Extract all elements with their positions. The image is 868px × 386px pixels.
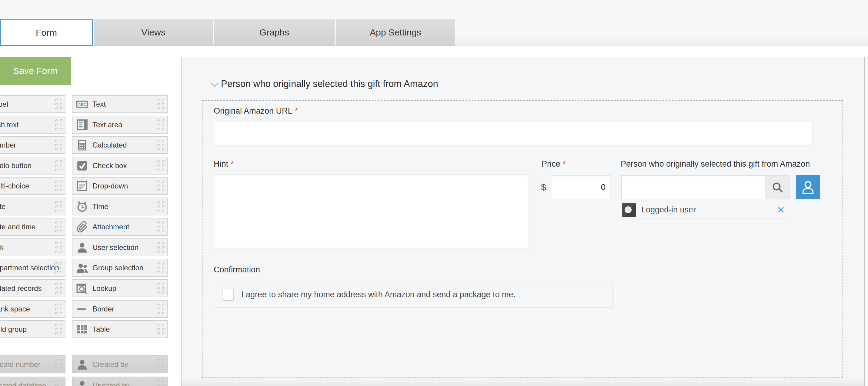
tab-app-settings[interactable]: App Settings <box>336 20 455 46</box>
palette-item-label: Department selection <box>0 264 59 272</box>
palette-item-label: Table <box>92 325 110 333</box>
user-icon <box>76 380 88 386</box>
url-input[interactable] <box>214 121 813 146</box>
attachment-icon <box>76 221 88 233</box>
palette-item-label: Date <box>0 202 6 211</box>
user-select-button[interactable] <box>796 175 820 199</box>
drag-handle[interactable] <box>55 324 62 335</box>
remove-user-x-icon[interactable]: ✕ <box>777 205 785 215</box>
person-field-label: Person who originally selected this gift… <box>621 159 810 169</box>
drag-handle[interactable] <box>157 283 164 294</box>
drag-handle[interactable] <box>55 262 62 273</box>
palette-item-calculated[interactable]: Calculated <box>72 136 167 154</box>
palette-item-label: User selection <box>92 243 138 252</box>
group-icon <box>76 262 88 274</box>
drag-handle[interactable] <box>157 201 164 212</box>
palette-item-rich-text[interactable]: Rich text <box>0 116 65 134</box>
drag-handle <box>55 359 62 370</box>
drag-handle[interactable] <box>55 119 62 130</box>
drag-handle[interactable] <box>157 139 164 151</box>
palette-item-related-records[interactable]: Related records <box>0 279 65 297</box>
drag-handle[interactable] <box>157 221 164 232</box>
drag-handle[interactable] <box>55 139 62 151</box>
selected-user-row: Logged-in user ✕ <box>622 202 790 219</box>
tab-form[interactable]: Form <box>0 20 93 46</box>
palette-item-table[interactable]: Table <box>72 320 167 338</box>
drag-handle[interactable] <box>157 324 164 335</box>
currency-prefix: $ <box>541 175 546 199</box>
palette-item-lookup[interactable]: Lookup <box>72 279 167 297</box>
drag-handle <box>157 380 164 386</box>
drag-handle[interactable] <box>157 98 164 110</box>
palette-item-border[interactable]: Border <box>72 300 167 318</box>
palette-item-drop-down[interactable]: Drop-down <box>72 177 167 195</box>
palette-item-created-datetime: Created datetime <box>0 377 65 386</box>
person-search-box <box>621 175 790 199</box>
palette-item-record-number: Record number <box>0 355 65 373</box>
drag-handle[interactable] <box>55 303 62 315</box>
drag-handle <box>55 380 62 386</box>
palette-item-user-selection[interactable]: User selection <box>72 238 167 256</box>
drag-handle[interactable] <box>55 180 62 192</box>
time-icon <box>76 200 88 213</box>
drag-handle[interactable] <box>55 242 62 253</box>
hint-textarea[interactable] <box>214 174 529 249</box>
required-asterisk: * <box>295 106 298 116</box>
palette-item-created-by: Created by <box>72 355 167 373</box>
drag-handle[interactable] <box>157 262 164 273</box>
palette-item-label: Rich text <box>0 121 19 129</box>
tab-views[interactable]: Views <box>94 20 213 46</box>
checkbox-icon <box>76 160 88 172</box>
palette-item-label: Field group <box>0 325 27 333</box>
hint-field-label: Hint* <box>214 159 234 169</box>
palette-item-label: Link <box>0 243 4 252</box>
drag-handle[interactable] <box>157 303 164 315</box>
palette-item-link[interactable]: Link <box>0 238 65 256</box>
tab-graphs[interactable]: Graphs <box>214 20 335 46</box>
selected-user-label: Logged-in user <box>641 205 777 215</box>
save-form-button[interactable]: Save Form <box>0 57 71 85</box>
confirmation-field-label: Confirmation <box>214 265 260 275</box>
palette-item-label[interactable]: Label <box>0 95 65 113</box>
palette-item-multi-choice[interactable]: Multi-choice <box>0 177 65 195</box>
collapse-chevron-icon[interactable] <box>210 82 219 88</box>
border-icon <box>76 303 88 315</box>
palette-item-time[interactable]: Time <box>72 197 167 216</box>
svg-text:ABC: ABC <box>78 102 86 107</box>
palette-item-department-selection[interactable]: Department selection <box>0 259 65 277</box>
palette-item-text[interactable]: ABCText <box>72 95 167 113</box>
palette-item-date[interactable]: Date <box>0 197 65 216</box>
palette-item-radio-button[interactable]: Radio button <box>0 157 65 174</box>
group-title: Person who originally selected this gift… <box>221 78 438 89</box>
palette-item-date-and-time[interactable]: Date and time <box>0 218 65 236</box>
palette-item-attachment[interactable]: Attachment <box>72 218 167 236</box>
price-field-label: Price* <box>541 159 566 169</box>
confirmation-checkbox[interactable] <box>222 289 234 301</box>
drag-handle <box>157 359 164 370</box>
drag-handle[interactable] <box>55 98 62 110</box>
search-button[interactable] <box>765 176 789 199</box>
palette-item-group-selection[interactable]: Group selection <box>72 259 167 277</box>
palette-item-check-box[interactable]: Check box <box>72 157 167 174</box>
palette-item-label: Calculated <box>92 141 127 149</box>
palette-item-label: Lookup <box>92 284 116 293</box>
palette-item-label: Label <box>0 100 8 108</box>
calculated-icon <box>76 139 88 151</box>
drag-handle[interactable] <box>55 283 62 294</box>
palette-item-text-area[interactable]: Text area <box>72 116 167 134</box>
textarea-icon <box>76 119 88 131</box>
palette-item-blank-space[interactable]: Blank space <box>0 300 65 318</box>
drag-handle[interactable] <box>55 221 62 232</box>
price-input[interactable] <box>551 175 610 199</box>
drag-handle[interactable] <box>55 160 62 171</box>
palette-item-field-group[interactable]: Field group <box>0 320 65 338</box>
palette-item-number[interactable]: Number <box>0 136 65 154</box>
palette-item-label: Text <box>92 100 106 108</box>
drag-handle[interactable] <box>55 201 62 212</box>
person-search-input[interactable] <box>622 176 765 199</box>
drag-handle[interactable] <box>157 180 164 192</box>
drag-handle[interactable] <box>157 119 164 130</box>
drag-handle[interactable] <box>157 160 164 171</box>
palette-item-label: Created datetime <box>0 382 46 386</box>
drag-handle[interactable] <box>157 242 164 253</box>
